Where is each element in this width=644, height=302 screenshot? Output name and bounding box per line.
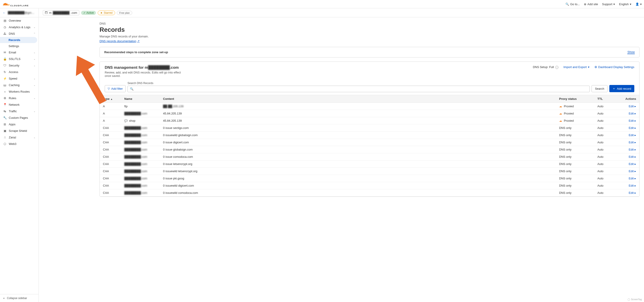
edit-button[interactable]: Edit ▸ xyxy=(629,126,636,130)
add-record-button[interactable]: ＋ Add record xyxy=(609,85,634,92)
cell-proxy: DNS only xyxy=(556,168,594,175)
cloudflare-logo[interactable]: CLOUDFLARE xyxy=(2,1,29,7)
th-actions: Actions xyxy=(621,95,639,103)
nav-access[interactable]: ↻Access xyxy=(0,69,38,75)
traffic-icon: ↹ xyxy=(3,110,6,113)
edit-button[interactable]: Edit ▸ xyxy=(629,141,636,144)
edit-button[interactable]: Edit ▸ xyxy=(629,177,636,180)
cell-ttl: Auto xyxy=(594,132,621,139)
cloud-proxied-icon: ☁ xyxy=(559,105,562,108)
nav-scrape[interactable]: ▣Scrape Shield xyxy=(0,128,38,134)
nav-workers[interactable]: ⟐Workers Routes xyxy=(0,88,38,95)
add-filter-button[interactable]: ▽ Add filter xyxy=(105,85,126,92)
display-settings-link[interactable]: ⚙ Dashboard Display Settings xyxy=(594,65,634,69)
nav-ssl[interactable]: 🔒SSL/TLS⌄ xyxy=(0,56,38,62)
plus-icon: ＋ xyxy=(612,87,616,91)
edit-button[interactable]: Edit ▸ xyxy=(629,112,636,115)
domain-button[interactable]: 🗔 m████████.com xyxy=(43,10,79,15)
nav-email[interactable]: ✉Email⌄ xyxy=(0,49,38,56)
nav-dns[interactable]: 🖧DNS⌃ xyxy=(0,31,38,37)
cell-proxy: DNS only xyxy=(556,175,594,182)
import-export-menu[interactable]: Import and Export ▾ xyxy=(564,65,589,69)
chevron-up-icon: ⌃ xyxy=(34,33,35,35)
nav-rules[interactable]: ⚙Rules⌄ xyxy=(0,95,38,101)
show-link[interactable]: Show xyxy=(627,50,635,54)
nav-dns-settings[interactable]: Settings xyxy=(0,43,38,49)
cell-content: ██.██.205.139 xyxy=(160,103,556,110)
nav-speed[interactable]: ⚡Speed⌄ xyxy=(0,75,38,82)
cell-content: 0 issue comodoca.com xyxy=(160,153,556,160)
mgmt-title: DNS management for m████████.com xyxy=(105,65,181,70)
th-content[interactable]: Content xyxy=(160,95,556,103)
nav-traffic[interactable]: ↹Traffic⌄ xyxy=(0,108,38,115)
web3-icon: ⬡ xyxy=(3,142,6,146)
cell-content: 0 issuewild globalsign.com xyxy=(160,132,556,139)
cell-proxy: DNS only xyxy=(556,146,594,153)
edit-button[interactable]: Edit ▸ xyxy=(629,191,636,194)
nav-custom-pages[interactable]: 🔧Custom Pages xyxy=(0,115,38,121)
edit-button[interactable]: Edit ▸ xyxy=(629,162,636,166)
th-ttl[interactable]: TTL xyxy=(594,95,621,103)
clock-icon: ◷ xyxy=(3,26,6,29)
th-proxy[interactable]: Proxy status xyxy=(556,95,594,103)
nav-zaraz[interactable]: ⎍Zaraz⌄ xyxy=(0,134,38,141)
th-name[interactable]: Name xyxy=(121,95,160,103)
edit-button[interactable]: Edit ▸ xyxy=(629,105,636,108)
cell-name: ████████.com xyxy=(121,182,160,189)
back-button[interactable]: ← xyxy=(3,11,6,15)
nav-analytics[interactable]: ◷Analytics & Logs⌄ xyxy=(0,24,38,31)
cell-name: ████████.com xyxy=(121,153,160,160)
goto-button[interactable]: 🔍 Go to... xyxy=(566,3,580,6)
active-badge: ✓ Active xyxy=(81,11,96,15)
language-menu[interactable]: English ▾ xyxy=(619,3,632,6)
starred-badge[interactable]: ★ Starred xyxy=(98,11,115,15)
nav-caching[interactable]: 🖴Caching⌄ xyxy=(0,82,38,88)
info-icon[interactable]: i xyxy=(555,66,558,69)
overview-icon: ▤ xyxy=(3,19,6,22)
chevron-down-icon: ⌄ xyxy=(34,77,35,80)
chevron-down-icon: ▾ xyxy=(640,3,642,6)
page-subtitle: Manage DNS records of your domain. xyxy=(100,35,640,38)
sidebar: ▤Overview ◷Analytics & Logs⌄ 🖧DNS⌃ Recor… xyxy=(0,17,39,302)
cell-type: A xyxy=(100,103,121,110)
edit-button[interactable]: Edit ▸ xyxy=(629,119,636,122)
cloud-proxied-icon: ☁ xyxy=(559,112,562,115)
cell-ttl: Auto xyxy=(594,124,621,132)
edit-button[interactable]: Edit ▸ xyxy=(629,133,636,137)
dns-records-table: Type▲ Name Content Proxy status TTL Acti… xyxy=(100,95,639,196)
nav-network[interactable]: 📍Network xyxy=(0,101,38,108)
support-menu[interactable]: Support ▾ xyxy=(602,3,615,6)
cell-content: 0 issue digicert.com xyxy=(160,139,556,146)
nav-dns-records[interactable]: Records xyxy=(0,37,37,43)
search-input[interactable] xyxy=(135,87,587,91)
dns-management-panel: DNS management for m████████.com Review,… xyxy=(100,62,640,197)
cell-proxy: DNS only xyxy=(556,153,594,160)
search-button[interactable]: Search xyxy=(592,85,608,92)
edit-button[interactable]: Edit ▸ xyxy=(629,169,636,173)
th-type[interactable]: Type▲ xyxy=(100,95,121,103)
chevron-down-icon: ⌄ xyxy=(34,110,35,112)
docs-link[interactable]: DNS records documentation ↗ xyxy=(100,40,140,43)
account-name[interactable]: ████████@gmail.... xyxy=(8,11,36,15)
cloudflare-wordmark: CLOUDFLARE xyxy=(10,5,29,7)
edit-button[interactable]: Edit ▸ xyxy=(629,155,636,158)
table-row: CAA ████████.com 0 issue letsencrypt.org… xyxy=(100,160,639,168)
cell-proxy: ☁Proxied xyxy=(556,117,594,124)
collapse-sidebar[interactable]: « Collapse sidebar xyxy=(0,294,38,302)
nav-web3[interactable]: ⬡Web3 xyxy=(0,141,38,147)
user-menu[interactable]: 👤 ▾ xyxy=(636,3,642,6)
breadcrumb: DNS xyxy=(100,22,640,25)
add-site-button[interactable]: ⊕ Add site xyxy=(584,3,598,6)
cell-proxy: DNS only xyxy=(556,189,594,196)
nav-overview[interactable]: ▤Overview xyxy=(0,17,38,24)
cell-type: A xyxy=(100,110,121,117)
edit-button[interactable]: Edit ▸ xyxy=(629,148,636,151)
cell-type: CAA xyxy=(100,189,121,196)
edit-button[interactable]: Edit ▸ xyxy=(629,184,636,187)
cell-ttl: Auto xyxy=(594,146,621,153)
bolt-icon: ⚡ xyxy=(3,77,6,80)
nav-security[interactable]: 🛡Security⌄ xyxy=(0,62,38,69)
plus-circle-icon: ⊕ xyxy=(584,3,586,6)
nav-apps[interactable]: ⊞Apps xyxy=(0,121,38,128)
shield-icon: 🛡 xyxy=(3,64,6,67)
